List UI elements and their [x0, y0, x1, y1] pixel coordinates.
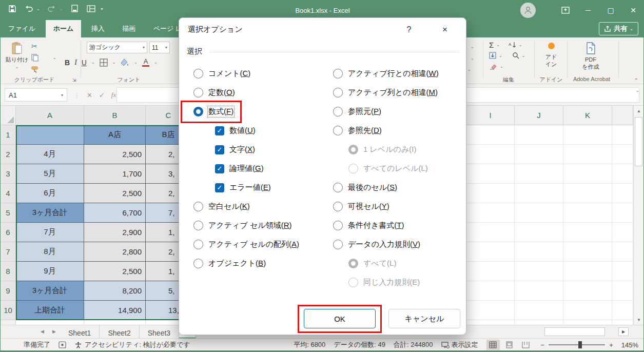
sheet-tab-sheet2[interactable]: Sheet2: [100, 325, 139, 339]
cancel-entry-icon[interactable]: ✕: [87, 91, 92, 99]
cell[interactable]: [563, 145, 612, 164]
fill-button[interactable]: ⌄ ⌄: [489, 52, 525, 59]
cell[interactable]: [466, 223, 515, 242]
cell[interactable]: 2,500: [84, 262, 146, 281]
vertical-scroll-thumb[interactable]: [635, 117, 642, 166]
dialog-option[interactable]: アクティブ セルの配列(A): [193, 235, 331, 254]
cell[interactable]: 8月: [16, 242, 84, 262]
radio-icon[interactable]: [333, 240, 343, 249]
cell[interactable]: [515, 203, 563, 223]
expand-formula-bar-icon[interactable]: ⌄: [635, 88, 639, 93]
cell[interactable]: [16, 125, 84, 145]
cell[interactable]: [563, 125, 612, 145]
cell[interactable]: [563, 301, 612, 320]
cell[interactable]: [612, 281, 633, 301]
font-size-combobox[interactable]: 11▾: [149, 42, 170, 53]
horizontal-scroll-thumb[interactable]: [544, 327, 605, 336]
column-header-b[interactable]: B: [84, 106, 146, 125]
enter-entry-icon[interactable]: ✓: [99, 91, 105, 99]
underline-button[interactable]: U: [82, 58, 87, 67]
add-ins-button[interactable]: アド イン: [540, 43, 562, 68]
cell[interactable]: [466, 125, 515, 145]
copy-dropdown-icon[interactable]: ⌄: [53, 55, 56, 60]
row-header[interactable]: 11: [1, 320, 16, 325]
ribbon-display-options-icon[interactable]: [554, 1, 577, 20]
radio-icon[interactable]: [333, 107, 343, 116]
dialog-option[interactable]: 参照元(P): [333, 102, 462, 121]
radio-icon[interactable]: [333, 183, 343, 192]
radio-icon[interactable]: [193, 240, 203, 249]
dialog-option[interactable]: データの入力規則(V): [333, 235, 462, 254]
dialog-option[interactable]: オブジェクト(B): [193, 254, 331, 273]
maximize-button[interactable]: ▢: [599, 1, 622, 20]
scroll-right-icon[interactable]: ▶: [618, 327, 629, 336]
cell[interactable]: [466, 301, 515, 320]
normal-view-button[interactable]: [486, 340, 500, 350]
dialog-option[interactable]: 数式(F): [193, 102, 331, 121]
cell[interactable]: 2,500: [84, 145, 146, 164]
radio-icon[interactable]: [193, 202, 203, 211]
row-header[interactable]: 9: [1, 281, 16, 301]
cell[interactable]: [515, 262, 563, 281]
cell[interactable]: 1,700: [84, 164, 146, 184]
status-count[interactable]: データの個数: 49: [334, 340, 385, 349]
sheet-next-icon[interactable]: ▶: [52, 329, 56, 334]
cell[interactable]: [466, 320, 515, 325]
dialog-close-button[interactable]: ×: [435, 22, 455, 37]
cell[interactable]: 8,200: [84, 281, 146, 301]
cell[interactable]: 6月: [16, 184, 84, 203]
cell[interactable]: 2,800: [84, 242, 146, 262]
cell[interactable]: [563, 223, 612, 242]
minimize-button[interactable]: ─: [577, 1, 599, 20]
cell[interactable]: [515, 125, 563, 145]
page-break-view-button[interactable]: [519, 340, 533, 350]
dialog-option[interactable]: コメント(C): [193, 64, 331, 83]
row-header[interactable]: 3: [1, 164, 16, 184]
radio-icon[interactable]: [333, 69, 343, 79]
sheet-tab-sheet1[interactable]: Sheet1: [60, 325, 100, 339]
cell[interactable]: [466, 262, 515, 281]
cell[interactable]: 2,500: [84, 184, 146, 203]
radio-icon[interactable]: [193, 221, 203, 230]
borders-icon[interactable]: [100, 58, 108, 67]
radio-icon[interactable]: [333, 88, 343, 97]
cell[interactable]: [515, 223, 563, 242]
checkbox-icon[interactable]: [215, 126, 224, 135]
vertical-scrollbar[interactable]: ▲ ▼: [633, 106, 643, 325]
zoom-slider[interactable]: [549, 344, 605, 345]
dialog-option[interactable]: 論理値(G): [193, 159, 331, 178]
cancel-button[interactable]: キャンセル: [388, 309, 460, 328]
radio-icon[interactable]: [333, 202, 343, 211]
row-header[interactable]: 7: [1, 242, 16, 262]
status-sum[interactable]: 合計: 244800: [394, 340, 433, 349]
close-button[interactable]: ✕: [622, 1, 644, 20]
collapse-ribbon-icon[interactable]: ⌃: [634, 77, 638, 83]
cell[interactable]: [612, 164, 633, 184]
cell[interactable]: 7月: [16, 223, 84, 242]
cell[interactable]: [563, 203, 612, 223]
create-pdf-button[interactable]: PDF を作成: [574, 42, 607, 71]
row-header[interactable]: 2: [1, 145, 16, 164]
cut-icon[interactable]: ✂: [31, 42, 37, 50]
horizontal-scrollbar[interactable]: [544, 327, 611, 336]
cell[interactable]: 3ヶ月合計: [16, 281, 84, 301]
sort-filter-icon[interactable]: A: [509, 42, 516, 49]
cell[interactable]: [612, 184, 633, 203]
fill-color-icon[interactable]: [120, 58, 129, 67]
cell[interactable]: [612, 223, 633, 242]
cell[interactable]: [466, 242, 515, 262]
row-header[interactable]: 1: [1, 125, 16, 145]
cell[interactable]: [515, 145, 563, 164]
share-button[interactable]: 共有 ⌄: [599, 22, 638, 35]
cell[interactable]: [515, 184, 563, 203]
radio-icon[interactable]: [193, 107, 203, 116]
cell[interactable]: [515, 301, 563, 320]
cell[interactable]: 6,700: [84, 203, 146, 223]
row-header[interactable]: 5: [1, 203, 16, 223]
font-name-combobox[interactable]: 游ゴシック▾: [87, 42, 147, 53]
font-color-dropdown-icon[interactable]: ⌄: [154, 60, 158, 65]
cell[interactable]: [612, 145, 633, 164]
dialog-option[interactable]: 空白セル(K): [193, 197, 331, 216]
page-layout-view-button[interactable]: [503, 340, 516, 350]
accessibility-status[interactable]: アクセシビリティ: 検討が必要です: [74, 340, 190, 349]
